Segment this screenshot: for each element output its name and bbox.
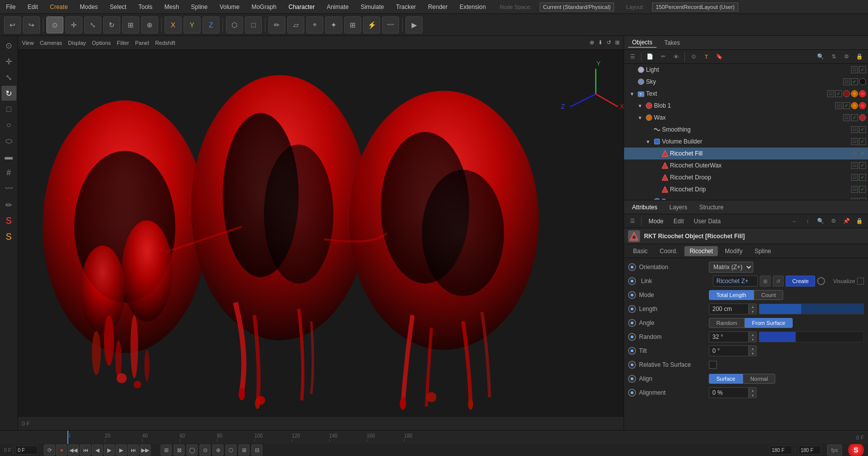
- obj-expand-icon[interactable]: [652, 161, 660, 169]
- obj-toolbar-menu[interactable]: ☰: [627, 51, 638, 62]
- sidebar-select[interactable]: ⊙: [1, 38, 16, 53]
- current-frame-input[interactable]: [15, 446, 38, 455]
- sidebar-grid[interactable]: #: [1, 165, 16, 180]
- viewport-menu-cameras[interactable]: Cameras: [40, 40, 62, 46]
- sidebar-spline[interactable]: 〰: [1, 181, 16, 196]
- obj-expand-icon[interactable]: ▼: [628, 90, 636, 98]
- attr-angle-random[interactable]: Random: [709, 318, 745, 328]
- timeline-tool-7[interactable]: ⊞: [238, 445, 249, 456]
- deformer-button[interactable]: ⌖: [306, 16, 323, 33]
- obj-render-check[interactable]: ✓: [859, 138, 866, 145]
- redo-button[interactable]: ↪: [23, 16, 40, 33]
- obj-render-check[interactable]: ✓: [859, 186, 866, 193]
- timeline-tool-4[interactable]: ⊙: [200, 445, 211, 456]
- menu-simulate[interactable]: Simulate: [359, 2, 386, 11]
- list-item[interactable]: Ricochet Drip ☑ ✓: [624, 183, 868, 195]
- obj-render-check[interactable]: ✓: [835, 90, 842, 97]
- obj-render-check[interactable]: ✓: [851, 114, 858, 121]
- attr-tilt-spinner-up[interactable]: ▲: [749, 345, 757, 351]
- obj-tag-2[interactable]: [851, 90, 858, 97]
- obj-expand-icon[interactable]: [652, 150, 660, 157]
- menu-edit[interactable]: Edit: [25, 2, 40, 11]
- timeline-tool-1[interactable]: ⊞: [161, 445, 172, 456]
- attr-random-input[interactable]: [709, 331, 749, 342]
- redshift-logo[interactable]: S: [848, 442, 864, 456]
- obj-visibility-check[interactable]: ☑: [851, 174, 858, 181]
- attr-length-radio[interactable]: [628, 305, 636, 313]
- attr-link-radio[interactable]: [628, 277, 636, 285]
- attr-sub-tab-modify[interactable]: Modify: [720, 246, 747, 256]
- sidebar-pencil[interactable]: ✏: [1, 197, 16, 212]
- y-axis-button[interactable]: Y: [184, 16, 201, 33]
- attr-orientation-dropdown[interactable]: Matrix (Z+): [709, 262, 753, 273]
- list-item[interactable]: Smoothing ☑ ✓: [624, 124, 868, 136]
- attr-userdata-btn[interactable]: User Data: [690, 217, 725, 226]
- sidebar-redshift-logo[interactable]: S: [1, 213, 16, 228]
- obj-tag-rs[interactable]: [859, 102, 866, 109]
- attr-mode-total-length[interactable]: Total Length: [709, 290, 754, 300]
- attr-toolbar-menu[interactable]: ☰: [627, 216, 638, 227]
- obj-render-check[interactable]: ✓: [859, 66, 866, 73]
- tab-takes[interactable]: Takes: [660, 38, 684, 47]
- cube-button[interactable]: □: [245, 16, 262, 33]
- attr-tilt-input[interactable]: [709, 345, 749, 356]
- obj-render-check[interactable]: ✓: [843, 102, 850, 109]
- attr-toolbar-up[interactable]: ↑: [802, 216, 813, 227]
- viewport-icon-refresh[interactable]: ↺: [607, 39, 611, 46]
- obj-toolbar-edit[interactable]: ✏: [657, 51, 668, 62]
- attr-sub-tab-coord[interactable]: Coord.: [654, 246, 682, 256]
- timeline-tool-6[interactable]: ⬡: [225, 445, 236, 456]
- attr-align-radio[interactable]: [628, 375, 636, 383]
- sidebar-plane[interactable]: ▬: [1, 150, 16, 164]
- list-item[interactable]: ▼ Wax ☑ ✓: [624, 112, 868, 124]
- layout-dropdown[interactable]: 150PercentRecordLayout (User): [652, 2, 738, 11]
- obj-toolbar-search[interactable]: 🔍: [815, 51, 826, 62]
- attr-toolbar-back[interactable]: ←: [789, 216, 800, 227]
- obj-visibility-check[interactable]: ☑: [843, 78, 850, 85]
- viewport-menu-filter[interactable]: Filter: [117, 40, 129, 46]
- obj-toolbar-file[interactable]: 📄: [645, 51, 655, 62]
- list-item[interactable]: Sky ☑ ✓: [624, 76, 868, 88]
- sidebar-cylinder[interactable]: ⬭: [1, 134, 16, 149]
- menu-animate[interactable]: Animate: [325, 2, 351, 11]
- menu-spline[interactable]: Spline: [189, 2, 210, 11]
- sidebar-move[interactable]: ✛: [1, 54, 16, 69]
- attr-sub-tab-ricochet[interactable]: Ricochet: [684, 246, 718, 256]
- obj-visibility-check[interactable]: ☑: [835, 102, 842, 109]
- attr-tilt-spinner-down[interactable]: ▼: [749, 351, 757, 356]
- attr-random-radio[interactable]: [628, 333, 636, 341]
- obj-visibility-check[interactable]: ☑: [851, 138, 858, 145]
- timeline[interactable]: 0 20 40 60 80 100 120 140 160 180 0 F: [0, 431, 868, 444]
- polygon-button[interactable]: ▱: [287, 16, 304, 33]
- obj-tag-1[interactable]: [843, 90, 850, 97]
- attr-visualize-radio[interactable]: [817, 277, 825, 285]
- attr-align-surface[interactable]: Surface: [709, 374, 743, 384]
- sidebar-scale[interactable]: ⤡: [1, 70, 16, 85]
- viewport-canvas[interactable]: Y X Z: [18, 50, 624, 416]
- attr-mode-count[interactable]: Count: [754, 290, 783, 300]
- obj-visibility-check[interactable]: ☑: [851, 186, 858, 193]
- array-button[interactable]: ⊞: [344, 16, 361, 33]
- obj-visibility-check[interactable]: ☑: [851, 66, 858, 73]
- play-forward-button[interactable]: ▶▶: [140, 445, 151, 456]
- viewport-menu-options[interactable]: Options: [92, 40, 111, 46]
- menu-mesh[interactable]: Mesh: [162, 2, 181, 11]
- obj-toolbar-lock[interactable]: 🔒: [854, 51, 865, 62]
- obj-toolbar-object[interactable]: ⊙: [688, 51, 699, 62]
- attr-link-btn-1[interactable]: ⊞: [760, 276, 771, 287]
- viewport-icon-camera[interactable]: ⬇: [598, 39, 603, 46]
- obj-toolbar-sort[interactable]: ⇅: [828, 51, 839, 62]
- viewport-icon-perspective[interactable]: ⊕: [590, 39, 594, 46]
- obj-render-check[interactable]: ✓: [859, 126, 866, 133]
- tab-layers[interactable]: Layers: [665, 203, 691, 212]
- play-reverse-button[interactable]: ◀◀: [68, 445, 79, 456]
- attr-toolbar-search[interactable]: 🔍: [815, 216, 826, 227]
- attr-create-button[interactable]: Create: [786, 276, 815, 287]
- attr-edit-btn[interactable]: Edit: [669, 217, 688, 226]
- menu-render[interactable]: Render: [426, 2, 449, 11]
- live-select-button[interactable]: ⊙: [46, 16, 63, 33]
- node-space-dropdown[interactable]: Current (Standard/Physical): [540, 2, 615, 11]
- obj-toolbar-tags[interactable]: T: [701, 51, 712, 62]
- obj-render-check[interactable]: ✗: [859, 198, 866, 200]
- list-item[interactable]: ▼ Volume Builder ☑ ✓: [624, 136, 868, 148]
